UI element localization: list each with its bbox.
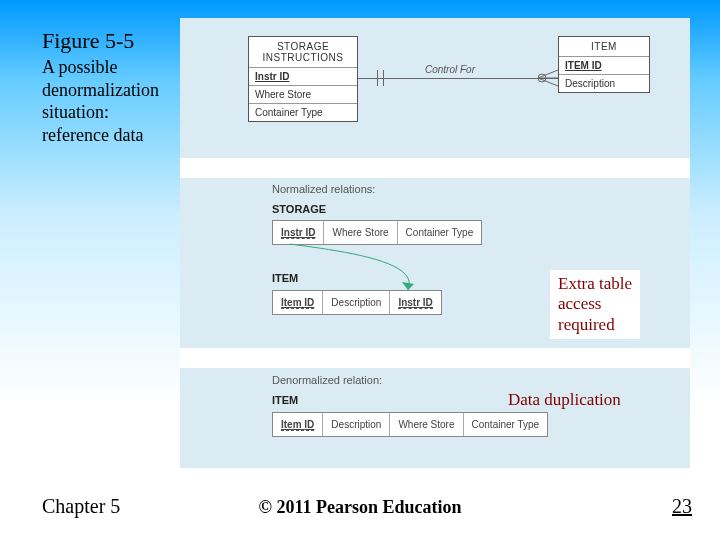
col-pk: Instr ID [273,221,324,244]
relation-name: ITEM [272,394,298,406]
relationship-label: Control For [425,64,475,75]
separator-band [180,348,690,368]
entity-header: ITEM [559,37,649,56]
col-pk: Item ID [273,413,323,436]
col: Container Type [464,413,548,436]
entity-pk: ITEM ID [559,56,649,74]
section-heading: Denormalized relation: [272,374,382,386]
diagram-panel: STORAGEINSTRUCTIONS Instr ID Where Store… [180,18,690,468]
figure-subtitle: A possible denormalization situation: re… [42,56,159,146]
svg-marker-4 [402,282,414,290]
relation-name: ITEM [272,272,298,284]
cardinality-one-icon [377,70,378,86]
svg-line-0 [538,70,558,78]
svg-line-2 [538,78,558,86]
relation-storage: Instr ID Where Store Container Type [272,220,482,245]
col-pk: Item ID [273,291,323,314]
page-number: 23 [672,495,692,518]
annotation-extra-access: Extra table access required [550,270,640,339]
relation-name: STORAGE [272,203,326,215]
relationship-line [358,78,558,79]
col: Container Type [398,221,482,244]
col-fk: Instr ID [390,291,440,314]
cardinality-one-icon [383,70,384,86]
entity-header: STORAGEINSTRUCTIONS [249,37,357,67]
entity-item: ITEM ITEM ID Description [558,36,650,93]
col: Where Store [390,413,463,436]
col: Description [323,291,390,314]
col: Description [323,413,390,436]
section-heading: Normalized relations: [272,183,375,195]
copyright-label: © 2011 Pearson Education [0,497,720,518]
entity-attr: Description [559,74,649,92]
entity-storage: STORAGEINSTRUCTIONS Instr ID Where Store… [248,36,358,122]
annotation-duplication: Data duplication [500,386,629,414]
separator-band [180,158,690,178]
entity-attr: Container Type [249,103,357,121]
entity-pk: Instr ID [249,67,357,85]
relation-item: Item ID Description Instr ID [272,290,442,315]
col: Where Store [324,221,397,244]
entity-attr: Where Store [249,85,357,103]
relation-item-denorm: Item ID Description Where Store Containe… [272,412,548,437]
figure-title-block: Figure 5-5 A possible denormalization si… [42,28,159,146]
figure-number: Figure 5-5 [42,28,159,54]
